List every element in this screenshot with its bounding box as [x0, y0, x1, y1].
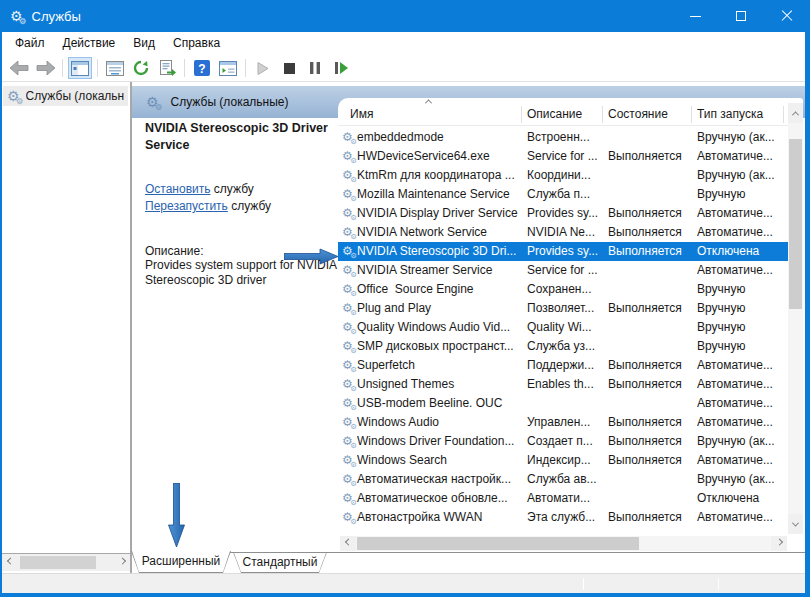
chevron-left-icon: [344, 539, 351, 546]
annotation-arrow-right: [284, 248, 339, 265]
service-startup-type: Автоматиче...: [697, 453, 785, 467]
service-status: Выполняется: [608, 510, 693, 524]
service-description: Quality Wi...: [527, 320, 605, 334]
help-button[interactable]: ?: [190, 57, 214, 79]
service-row[interactable]: Quality Windows Audio Vid... Quality Wi.…: [338, 318, 788, 337]
forward-button[interactable]: [33, 57, 57, 79]
service-row[interactable]: Unsigned Themes Enables th... Выполняетс…: [338, 375, 788, 394]
pause-service-button[interactable]: [303, 57, 327, 79]
service-row[interactable]: Автоматическое обновле... Автомати... От…: [338, 489, 788, 508]
column-divider[interactable]: [691, 106, 692, 123]
stop-service-button[interactable]: [277, 57, 301, 79]
show-console-tree-button[interactable]: [68, 57, 92, 79]
service-status: Выполняется: [608, 206, 693, 220]
column-header-description[interactable]: Описание: [527, 107, 582, 121]
start-service-icon: [257, 62, 269, 75]
column-divider[interactable]: [602, 106, 603, 123]
list-vertical-scrollbar[interactable]: [788, 103, 803, 534]
pause-service-icon: [310, 62, 320, 74]
tree-item-services-local[interactable]: Службы (локальные): [3, 86, 128, 106]
refresh-button[interactable]: [129, 57, 153, 79]
service-row[interactable]: Superfetch Поддержи... Выполняется Автом…: [338, 356, 788, 375]
service-row[interactable]: Автонастройка WWAN Эта служб... Выполняе…: [338, 508, 788, 527]
scroll-down-button[interactable]: [788, 514, 803, 534]
tab-стандартный[interactable]: Стандартный: [233, 552, 327, 573]
service-row[interactable]: embeddedmode Встроенн... Вручную (ак...: [338, 128, 788, 147]
service-rows: embeddedmode Встроенн... Вручную (ак... …: [338, 128, 788, 527]
service-row[interactable]: Plug and Play Позволяет... Выполняется В…: [338, 299, 788, 318]
service-status: Выполняется: [608, 244, 693, 258]
scroll-right-button[interactable]: [114, 554, 130, 571]
scroll-right-button[interactable]: [771, 536, 787, 551]
back-button[interactable]: [7, 57, 31, 79]
menu-item-действие[interactable]: Действие: [54, 32, 125, 55]
scrollbar-thumb[interactable]: [357, 537, 639, 550]
column-header-status[interactable]: Состояние: [608, 107, 668, 121]
column-header-startup-type[interactable]: Тип запуска: [697, 107, 763, 121]
tree-horizontal-scrollbar[interactable]: [2, 553, 130, 571]
tab-label: Стандартный: [233, 552, 327, 573]
service-startup-type: Автоматиче...: [697, 510, 785, 524]
scrollbar-thumb[interactable]: [20, 556, 96, 569]
service-row[interactable]: NVIDIA Streamer Service Service for ... …: [338, 261, 788, 280]
show-action-pane-button[interactable]: [216, 57, 240, 79]
chevron-up-icon: [792, 111, 799, 118]
service-startup-type: Вручную: [697, 320, 785, 334]
start-service-button[interactable]: [251, 57, 275, 79]
service-name: Office Source Engine: [357, 282, 519, 296]
tab-расширенный[interactable]: Расширенный: [131, 551, 231, 573]
menu-item-файл[interactable]: Файл: [6, 32, 54, 55]
service-description: Индексир...: [527, 453, 605, 467]
service-name: HWDeviceService64.exe: [357, 149, 519, 163]
service-row[interactable]: USB-modem Beeline. OUC Автоматиче...: [338, 394, 788, 413]
service-row[interactable]: NVIDIA Display Driver Service Provides s…: [338, 204, 788, 223]
service-row[interactable]: SMP дисковых пространст... Служба уз... …: [338, 337, 788, 356]
services-node-icon: [7, 89, 20, 103]
forward-icon: [36, 61, 55, 75]
list-horizontal-scrollbar[interactable]: [340, 536, 787, 551]
service-name: KtmRm для координатора ...: [357, 168, 519, 182]
help-icon: ?: [194, 60, 210, 76]
column-divider[interactable]: [783, 106, 784, 123]
service-gear-icon: [342, 264, 353, 276]
minimize-button[interactable]: [672, 0, 718, 32]
restart-service-button[interactable]: [329, 57, 353, 79]
scroll-up-button[interactable]: [788, 103, 803, 123]
properties-icon: [106, 61, 124, 76]
service-row[interactable]: Office Source Engine Сохранен... Вручную: [338, 280, 788, 299]
service-status: Выполняется: [608, 377, 693, 391]
service-name: SMP дисковых пространст...: [357, 339, 519, 353]
service-row[interactable]: NVIDIA Network Service NVIDIA Ne... Выпо…: [338, 223, 788, 242]
scroll-left-button[interactable]: [340, 536, 356, 551]
stop-service-link[interactable]: Остановить: [145, 182, 211, 196]
scrollbar-thumb[interactable]: [789, 139, 802, 309]
service-row[interactable]: Windows Audio Управлен... Выполняется Ав…: [338, 413, 788, 432]
service-row[interactable]: HWDeviceService64.exe Service for ... Вы…: [338, 147, 788, 166]
service-startup-type: Автоматиче...: [697, 396, 785, 410]
title-bar: Службы: [0, 0, 810, 32]
menu-item-справка[interactable]: Справка: [164, 32, 229, 55]
column-header-name[interactable]: Имя: [350, 107, 373, 121]
service-row[interactable]: Windows Search Индексир... Выполняется А…: [338, 451, 788, 470]
export-list-icon: [159, 60, 176, 76]
service-description: Enables th...: [527, 377, 605, 391]
service-gear-icon: [342, 492, 353, 504]
restart-service-link[interactable]: Перезапустить: [145, 199, 228, 213]
service-row[interactable]: Windows Driver Foundation... Создает п..…: [338, 432, 788, 451]
maximize-button[interactable]: [718, 0, 764, 32]
menu-item-вид[interactable]: Вид: [124, 32, 164, 55]
scroll-left-button[interactable]: [2, 554, 18, 571]
properties-button[interactable]: [103, 57, 127, 79]
service-row[interactable]: KtmRm для координатора ... Координи... В…: [338, 166, 788, 185]
service-row[interactable]: Mozilla Maintenance Service Служба п... …: [338, 185, 788, 204]
service-gear-icon: [342, 169, 353, 181]
close-button[interactable]: [764, 0, 810, 32]
window-title: Службы: [32, 9, 81, 24]
column-divider[interactable]: [521, 106, 522, 123]
export-list-button[interactable]: [155, 57, 179, 79]
service-row[interactable]: Автоматическая настройк... Служба ав... …: [338, 470, 788, 489]
service-row[interactable]: NVIDIA Stereoscopic 3D Dri... Provides s…: [338, 242, 788, 261]
service-startup-type: Вручную: [697, 187, 785, 201]
service-startup-type: Вручную: [697, 282, 785, 296]
service-name: Windows Audio: [357, 415, 519, 429]
